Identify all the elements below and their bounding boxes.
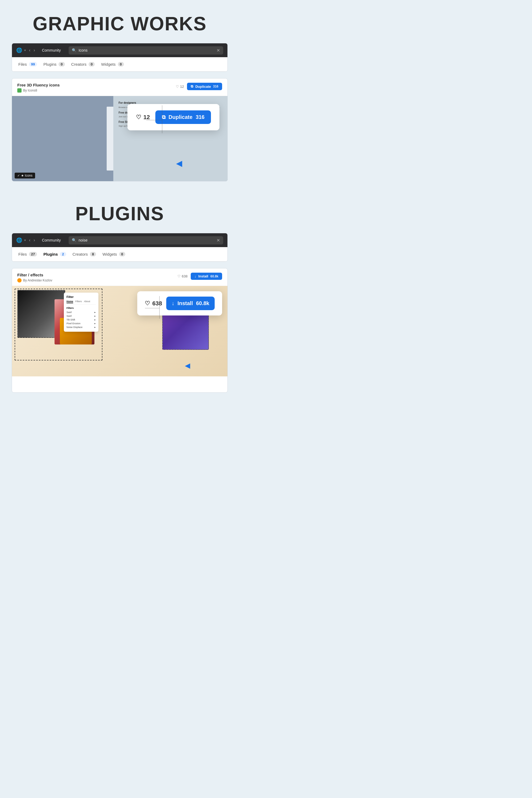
- card-title-2: Filter / effects: [17, 273, 52, 277]
- filter-item-swirl1: Swirl▸: [66, 310, 96, 314]
- install-button-small[interactable]: ↓ Install 60.8k: [191, 273, 222, 280]
- community-tab-2[interactable]: Community: [38, 237, 65, 243]
- preview-area-1: For designers Browse our library and qui…: [12, 96, 227, 181]
- install-label-small: Install: [198, 274, 208, 278]
- preview-popup-1: ♡ 12 ⧉ Duplicate 316: [128, 104, 220, 130]
- plugin-panel: Filter Home Filters About Filters Swirl▸…: [64, 292, 98, 332]
- filter-files-label-2: Files: [18, 252, 27, 256]
- author-avatar-1: [17, 88, 22, 93]
- chevron-down-icon: ▾: [24, 49, 26, 52]
- filter-files-count: 99: [29, 62, 37, 66]
- filter-plugins-label-2: Plugins: [43, 252, 58, 256]
- filter-item-noise: Noise Displace▸: [66, 325, 96, 329]
- duplicate-label-large: Duplicate: [169, 114, 193, 120]
- filter-plugins-count: 0: [58, 62, 65, 66]
- collage-flower-pink: [174, 331, 227, 376]
- filter-bar-2: Files 27 Plugins 2 Creators 8 Widgets 0: [12, 247, 227, 262]
- install-count-small: 60.8k: [210, 274, 218, 278]
- filter-files-label: Files: [18, 62, 27, 66]
- filter-creators[interactable]: Creators 0: [71, 62, 95, 66]
- filter-item-pixel: Pixel Erosion▸: [66, 322, 96, 325]
- plugin-tab-about[interactable]: About: [84, 300, 91, 303]
- filter-widgets-count: 0: [118, 62, 124, 66]
- graphic-works-title: GRAPHIC WORKS: [0, 0, 240, 43]
- search-icon: 🔍: [72, 48, 76, 52]
- card-author-2: By Andreslav Kozlov: [17, 278, 52, 283]
- filter-widgets-2[interactable]: Widgets 0: [102, 252, 125, 256]
- filter-files-count-2: 27: [29, 252, 37, 256]
- card-header-1: Free 3D Fluency icons By Icons8 ♡ 12 ⧉ D…: [12, 78, 227, 96]
- filter-creators-count-2: 8: [90, 252, 96, 256]
- filter-widgets-label-2: Widgets: [102, 252, 117, 256]
- heart-icon-small: ♡: [176, 84, 179, 89]
- plugin-tab-home[interactable]: Home: [66, 300, 73, 303]
- download-icon-large: ↓: [172, 300, 174, 306]
- connector-line-h-2: [145, 308, 159, 308]
- cursor-arrow-2: ▶: [185, 361, 190, 370]
- search-bar-2[interactable]: 🔍 noise ✕: [69, 236, 223, 244]
- filter-plugins-2[interactable]: Plugins 2: [43, 252, 66, 256]
- content-card-1: Free 3D Fluency icons By Icons8 ♡ 12 ⧉ D…: [12, 78, 228, 182]
- filter-creators-label-2: Creators: [73, 252, 88, 256]
- author-avatar-2: [17, 278, 22, 283]
- heart-count-small-2: 638: [182, 274, 188, 278]
- close-icon[interactable]: ✕: [216, 48, 220, 53]
- cursor-arrow-1: ▶: [176, 158, 182, 168]
- filter-creators-2[interactable]: Creators 8: [73, 252, 96, 256]
- globe-icon-2: 🌐: [16, 237, 22, 243]
- preview-popup-2: ♡ 638 ↓ Install 60.8k: [137, 291, 222, 316]
- connector-line-bottom-1: [162, 120, 162, 133]
- popup-heart-1: ♡ 12: [136, 114, 150, 121]
- card-heart-stat-2: ♡ 638: [177, 274, 188, 278]
- globe-icon: 🌐: [16, 48, 22, 53]
- duplicate-count-small: 316: [213, 84, 218, 88]
- back-button-2[interactable]: ‹: [28, 237, 32, 243]
- connector-line-top-1: [162, 105, 162, 120]
- filter-files[interactable]: Files 99: [18, 62, 37, 66]
- filter-widgets[interactable]: Widgets 0: [101, 62, 124, 66]
- author-name-1: By Icons8: [23, 89, 37, 92]
- back-button[interactable]: ‹: [28, 48, 32, 53]
- card-author-1: By Icons8: [17, 88, 60, 93]
- nav-arrows-2: ‹ ›: [28, 237, 36, 243]
- duplicate-count-large: 316: [196, 114, 205, 120]
- filter-creators-count: 0: [89, 62, 95, 66]
- plugins-preview: Filter Home Filters About Filters Swirl▸…: [12, 286, 227, 376]
- browser-window-1: 🌐 ▾ ‹ › Community 🔍 Icons ✕ Files 99 Plu…: [12, 43, 228, 72]
- duplicate-button-small[interactable]: ⧉ Duplicate 316: [187, 83, 222, 90]
- browser-bar-1: 🌐 ▾ ‹ › Community 🔍 Icons ✕: [12, 43, 227, 57]
- filter-plugins[interactable]: Plugins 0: [43, 62, 65, 66]
- filter-widgets-label: Widgets: [101, 62, 115, 66]
- card-title-1: Free 3D Fluency icons: [17, 83, 60, 87]
- author-name-2: By Andreslav Kozlov: [23, 279, 52, 282]
- tag-icon: ✓: [17, 174, 20, 177]
- search-input-2[interactable]: noise: [78, 238, 214, 242]
- close-icon-2[interactable]: ✕: [216, 238, 220, 243]
- install-count-large: 60.8k: [196, 300, 209, 306]
- community-tab[interactable]: Community: [38, 47, 65, 54]
- search-input-1[interactable]: Icons: [78, 48, 214, 52]
- filter-files-2[interactable]: Files 27: [18, 252, 37, 256]
- plugins-title: PLUGINS: [0, 192, 240, 233]
- nav-arrows: ‹ ›: [28, 48, 36, 53]
- plugin-tab-filters[interactable]: Filters: [75, 300, 82, 303]
- search-bar-1[interactable]: 🔍 Icons ✕: [69, 46, 223, 55]
- forward-button-2[interactable]: ›: [33, 237, 36, 243]
- card-header-2: Filter / effects By Andreslav Kozlov ♡ 6…: [12, 268, 227, 286]
- card-heart-stat: ♡ 12: [176, 84, 184, 89]
- plugin-panel-title: Filter: [66, 295, 96, 299]
- search-icon-2: 🔍: [72, 238, 76, 242]
- filter-plugins-count-2: 2: [60, 252, 66, 256]
- heart-icon-large-2: ♡: [145, 300, 150, 307]
- duplicate-button-large[interactable]: ⧉ Duplicate 316: [155, 110, 211, 124]
- filter-widgets-count-2: 0: [119, 252, 125, 256]
- filter-item-swirl2: Swirl▸: [66, 314, 96, 318]
- duplicate-icon-small: ⧉: [191, 84, 193, 89]
- forward-button[interactable]: ›: [33, 48, 36, 53]
- install-button-large[interactable]: ↓ Install 60.8k: [166, 297, 215, 310]
- chevron-down-icon-2: ▾: [24, 238, 26, 242]
- tag-text: ★ Icons: [21, 174, 33, 177]
- popup-heart-count-1: 12: [144, 114, 150, 121]
- filter-item-tilt: Tilt Shift▸: [66, 318, 96, 322]
- filters-label: Filters: [66, 307, 96, 309]
